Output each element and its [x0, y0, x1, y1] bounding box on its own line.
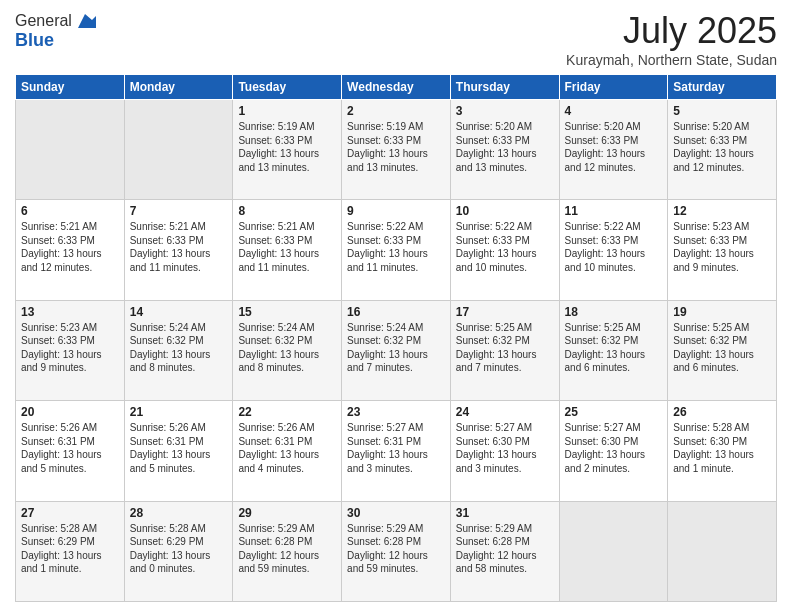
calendar-cell: 6Sunrise: 5:21 AM Sunset: 6:33 PM Daylig…	[16, 200, 125, 300]
calendar-cell: 23Sunrise: 5:27 AM Sunset: 6:31 PM Dayli…	[342, 401, 451, 501]
calendar-cell: 31Sunrise: 5:29 AM Sunset: 6:28 PM Dayli…	[450, 501, 559, 601]
page-title: July 2025	[566, 10, 777, 52]
day-info: Sunrise: 5:25 AM Sunset: 6:32 PM Dayligh…	[565, 321, 663, 375]
day-number: 19	[673, 305, 771, 319]
day-info: Sunrise: 5:21 AM Sunset: 6:33 PM Dayligh…	[130, 220, 228, 274]
calendar-cell: 11Sunrise: 5:22 AM Sunset: 6:33 PM Dayli…	[559, 200, 668, 300]
day-info: Sunrise: 5:27 AM Sunset: 6:30 PM Dayligh…	[565, 421, 663, 475]
day-info: Sunrise: 5:23 AM Sunset: 6:33 PM Dayligh…	[673, 220, 771, 274]
title-block: July 2025 Kuraymah, Northern State, Suda…	[566, 10, 777, 68]
calendar-week-row: 6Sunrise: 5:21 AM Sunset: 6:33 PM Daylig…	[16, 200, 777, 300]
day-number: 31	[456, 506, 554, 520]
weekday-header-monday: Monday	[124, 75, 233, 100]
day-number: 28	[130, 506, 228, 520]
day-number: 8	[238, 204, 336, 218]
day-number: 25	[565, 405, 663, 419]
calendar-cell: 15Sunrise: 5:24 AM Sunset: 6:32 PM Dayli…	[233, 300, 342, 400]
calendar-cell: 1Sunrise: 5:19 AM Sunset: 6:33 PM Daylig…	[233, 100, 342, 200]
logo-general: General	[15, 12, 72, 30]
header: General Blue July 2025 Kuraymah, Norther…	[15, 10, 777, 68]
weekday-header-friday: Friday	[559, 75, 668, 100]
calendar-cell: 2Sunrise: 5:19 AM Sunset: 6:33 PM Daylig…	[342, 100, 451, 200]
day-number: 24	[456, 405, 554, 419]
day-info: Sunrise: 5:23 AM Sunset: 6:33 PM Dayligh…	[21, 321, 119, 375]
day-number: 15	[238, 305, 336, 319]
calendar-cell	[124, 100, 233, 200]
calendar-cell: 4Sunrise: 5:20 AM Sunset: 6:33 PM Daylig…	[559, 100, 668, 200]
day-number: 23	[347, 405, 445, 419]
day-info: Sunrise: 5:22 AM Sunset: 6:33 PM Dayligh…	[456, 220, 554, 274]
logo: General Blue	[15, 10, 96, 51]
day-info: Sunrise: 5:21 AM Sunset: 6:33 PM Dayligh…	[21, 220, 119, 274]
day-number: 16	[347, 305, 445, 319]
day-info: Sunrise: 5:27 AM Sunset: 6:30 PM Dayligh…	[456, 421, 554, 475]
calendar-cell	[559, 501, 668, 601]
calendar-cell: 10Sunrise: 5:22 AM Sunset: 6:33 PM Dayli…	[450, 200, 559, 300]
day-info: Sunrise: 5:28 AM Sunset: 6:29 PM Dayligh…	[21, 522, 119, 576]
logo-text: General Blue	[15, 10, 96, 51]
day-info: Sunrise: 5:26 AM Sunset: 6:31 PM Dayligh…	[130, 421, 228, 475]
calendar-cell	[668, 501, 777, 601]
page: General Blue July 2025 Kuraymah, Norther…	[0, 0, 792, 612]
day-info: Sunrise: 5:26 AM Sunset: 6:31 PM Dayligh…	[238, 421, 336, 475]
calendar-cell: 19Sunrise: 5:25 AM Sunset: 6:32 PM Dayli…	[668, 300, 777, 400]
weekday-header-tuesday: Tuesday	[233, 75, 342, 100]
calendar-cell: 28Sunrise: 5:28 AM Sunset: 6:29 PM Dayli…	[124, 501, 233, 601]
svg-marker-0	[78, 14, 96, 28]
day-info: Sunrise: 5:20 AM Sunset: 6:33 PM Dayligh…	[456, 120, 554, 174]
calendar-cell: 18Sunrise: 5:25 AM Sunset: 6:32 PM Dayli…	[559, 300, 668, 400]
day-info: Sunrise: 5:19 AM Sunset: 6:33 PM Dayligh…	[238, 120, 336, 174]
day-number: 14	[130, 305, 228, 319]
day-number: 29	[238, 506, 336, 520]
calendar-cell: 3Sunrise: 5:20 AM Sunset: 6:33 PM Daylig…	[450, 100, 559, 200]
day-info: Sunrise: 5:24 AM Sunset: 6:32 PM Dayligh…	[130, 321, 228, 375]
calendar-cell: 27Sunrise: 5:28 AM Sunset: 6:29 PM Dayli…	[16, 501, 125, 601]
calendar-cell	[16, 100, 125, 200]
calendar-cell: 13Sunrise: 5:23 AM Sunset: 6:33 PM Dayli…	[16, 300, 125, 400]
day-number: 2	[347, 104, 445, 118]
day-number: 3	[456, 104, 554, 118]
logo-blue: Blue	[15, 30, 96, 51]
day-info: Sunrise: 5:28 AM Sunset: 6:30 PM Dayligh…	[673, 421, 771, 475]
day-number: 26	[673, 405, 771, 419]
calendar-cell: 29Sunrise: 5:29 AM Sunset: 6:28 PM Dayli…	[233, 501, 342, 601]
page-subtitle: Kuraymah, Northern State, Sudan	[566, 52, 777, 68]
day-info: Sunrise: 5:25 AM Sunset: 6:32 PM Dayligh…	[673, 321, 771, 375]
day-info: Sunrise: 5:25 AM Sunset: 6:32 PM Dayligh…	[456, 321, 554, 375]
day-info: Sunrise: 5:27 AM Sunset: 6:31 PM Dayligh…	[347, 421, 445, 475]
day-number: 5	[673, 104, 771, 118]
day-number: 18	[565, 305, 663, 319]
day-info: Sunrise: 5:28 AM Sunset: 6:29 PM Dayligh…	[130, 522, 228, 576]
day-number: 21	[130, 405, 228, 419]
day-info: Sunrise: 5:29 AM Sunset: 6:28 PM Dayligh…	[347, 522, 445, 576]
weekday-header-wednesday: Wednesday	[342, 75, 451, 100]
calendar-cell: 12Sunrise: 5:23 AM Sunset: 6:33 PM Dayli…	[668, 200, 777, 300]
calendar-cell: 14Sunrise: 5:24 AM Sunset: 6:32 PM Dayli…	[124, 300, 233, 400]
day-info: Sunrise: 5:22 AM Sunset: 6:33 PM Dayligh…	[565, 220, 663, 274]
day-info: Sunrise: 5:29 AM Sunset: 6:28 PM Dayligh…	[456, 522, 554, 576]
day-info: Sunrise: 5:19 AM Sunset: 6:33 PM Dayligh…	[347, 120, 445, 174]
calendar-week-row: 13Sunrise: 5:23 AM Sunset: 6:33 PM Dayli…	[16, 300, 777, 400]
day-number: 9	[347, 204, 445, 218]
calendar-cell: 25Sunrise: 5:27 AM Sunset: 6:30 PM Dayli…	[559, 401, 668, 501]
calendar-header-row: SundayMondayTuesdayWednesdayThursdayFrid…	[16, 75, 777, 100]
calendar-cell: 8Sunrise: 5:21 AM Sunset: 6:33 PM Daylig…	[233, 200, 342, 300]
calendar-cell: 24Sunrise: 5:27 AM Sunset: 6:30 PM Dayli…	[450, 401, 559, 501]
calendar-week-row: 20Sunrise: 5:26 AM Sunset: 6:31 PM Dayli…	[16, 401, 777, 501]
calendar-cell: 22Sunrise: 5:26 AM Sunset: 6:31 PM Dayli…	[233, 401, 342, 501]
day-info: Sunrise: 5:29 AM Sunset: 6:28 PM Dayligh…	[238, 522, 336, 576]
day-info: Sunrise: 5:24 AM Sunset: 6:32 PM Dayligh…	[347, 321, 445, 375]
day-number: 6	[21, 204, 119, 218]
day-number: 1	[238, 104, 336, 118]
day-info: Sunrise: 5:20 AM Sunset: 6:33 PM Dayligh…	[565, 120, 663, 174]
day-number: 12	[673, 204, 771, 218]
calendar-week-row: 1Sunrise: 5:19 AM Sunset: 6:33 PM Daylig…	[16, 100, 777, 200]
weekday-header-sunday: Sunday	[16, 75, 125, 100]
day-info: Sunrise: 5:21 AM Sunset: 6:33 PM Dayligh…	[238, 220, 336, 274]
calendar-table: SundayMondayTuesdayWednesdayThursdayFrid…	[15, 74, 777, 602]
day-number: 20	[21, 405, 119, 419]
weekday-header-saturday: Saturday	[668, 75, 777, 100]
calendar-cell: 5Sunrise: 5:20 AM Sunset: 6:33 PM Daylig…	[668, 100, 777, 200]
calendar-cell: 21Sunrise: 5:26 AM Sunset: 6:31 PM Dayli…	[124, 401, 233, 501]
weekday-header-thursday: Thursday	[450, 75, 559, 100]
